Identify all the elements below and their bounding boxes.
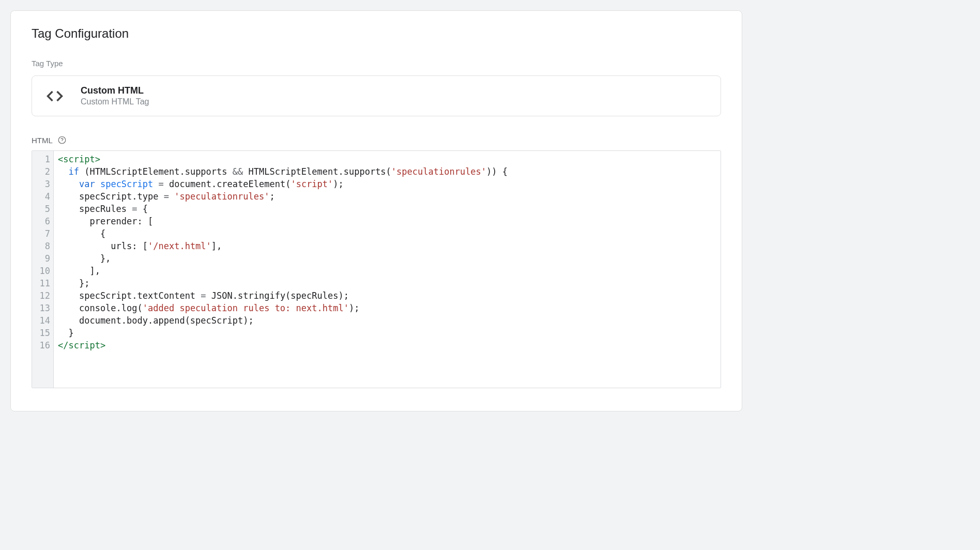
code-line[interactable]: }; [58,277,716,289]
line-number: 13 [37,302,50,314]
tag-type-selector[interactable]: Custom HTML Custom HTML Tag [32,75,721,116]
tag-type-name: Custom HTML [81,85,149,96]
line-number: 15 [37,327,50,339]
tag-type-subtitle: Custom HTML Tag [81,97,149,106]
line-number: 1 [37,153,50,165]
html-field-label-row: HTML [32,135,721,145]
code-line[interactable]: specRules = { [58,203,716,215]
line-number: 16 [37,339,50,352]
code-brackets-icon [44,86,65,106]
line-number: 2 [37,165,50,178]
code-line[interactable]: specScript.textContent = JSON.stringify(… [58,289,716,302]
code-line[interactable]: urls: ['/next.html'], [58,240,716,252]
tag-configuration-card: Tag Configuration Tag Type Custom HTML C… [10,10,742,411]
line-number: 14 [37,314,50,327]
line-number: 10 [37,265,50,277]
card-title: Tag Configuration [32,26,721,41]
line-number: 3 [37,178,50,190]
svg-point-1 [62,142,62,142]
line-number: 8 [37,240,50,252]
html-field-label: HTML [32,136,53,145]
code-line[interactable]: if (HTMLScriptElement.supports && HTMLSc… [58,165,716,178]
html-code-editor[interactable]: 12345678910111213141516 <script> if (HTM… [32,150,721,388]
line-number: 5 [37,203,50,215]
code-line[interactable]: specScript.type = 'speculationrules'; [58,190,716,203]
code-line[interactable]: document.body.append(specScript); [58,314,716,327]
code-line[interactable]: var specScript = document.createElement(… [58,178,716,190]
tag-type-label: Tag Type [32,59,721,68]
line-number: 12 [37,289,50,302]
help-icon[interactable] [57,135,67,145]
line-number: 11 [37,277,50,289]
line-number: 4 [37,190,50,203]
code-area[interactable]: <script> if (HTMLScriptElement.supports … [54,151,721,388]
code-line[interactable]: prerender: [ [58,215,716,227]
code-line[interactable]: }, [58,252,716,265]
code-line[interactable]: ], [58,265,716,277]
code-line[interactable]: </script> [58,339,716,352]
code-line[interactable]: } [58,327,716,339]
code-line[interactable]: console.log('added speculation rules to:… [58,302,716,314]
code-gutter: 12345678910111213141516 [32,151,54,388]
line-number: 6 [37,215,50,227]
code-line[interactable]: { [58,227,716,240]
tag-type-text: Custom HTML Custom HTML Tag [81,85,149,106]
line-number: 9 [37,252,50,265]
line-number: 7 [37,227,50,240]
code-line[interactable]: <script> [58,153,716,165]
